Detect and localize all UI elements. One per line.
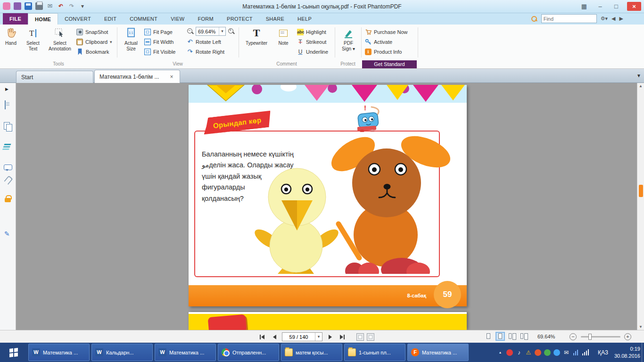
close-button[interactable]: ×	[627, 2, 641, 11]
redo-icon[interactable]: ↷	[68, 2, 75, 10]
taskbar-item-folder-1[interactable]: матем қосы...	[281, 344, 342, 361]
qat-customize-icon[interactable]: ▾	[79, 2, 86, 10]
tray-update-icon[interactable]	[544, 349, 551, 356]
taskbar-item-folder-2[interactable]: 1-сынып пл...	[344, 344, 405, 361]
hidden-icons-chevron[interactable]: ▴	[497, 349, 504, 356]
show-desktop-button[interactable]	[642, 343, 644, 362]
bookmarks-panel-icon[interactable]	[3, 101, 13, 110]
search-prev-icon[interactable]: ◀	[611, 16, 615, 22]
tray-warning-icon[interactable]: ⚠	[525, 349, 532, 356]
start-button[interactable]	[0, 343, 27, 362]
email-icon[interactable]: ✉	[46, 2, 54, 10]
zoom-in-icon[interactable]: +	[228, 28, 235, 35]
statusbar-zoom-in-button[interactable]: +	[624, 333, 631, 340]
page-indicator-input[interactable]	[282, 334, 315, 340]
print-icon[interactable]	[35, 2, 43, 10]
taskbar-item-chrome[interactable]: Отправленн...	[218, 344, 279, 361]
first-page-button[interactable]	[257, 333, 267, 341]
taskbar-item-word-1[interactable]: W Математика ...	[28, 344, 90, 361]
zoom-dropdown-icon[interactable]: ▾	[219, 27, 225, 35]
tab-home[interactable]: HOME	[28, 13, 58, 25]
fit-page-button[interactable]: Fit Page	[144, 27, 173, 36]
statusbar-zoom-out-button[interactable]: −	[570, 333, 577, 340]
tray-agent-icon[interactable]	[535, 349, 541, 356]
save-icon[interactable]	[25, 2, 32, 10]
scroll-down-icon[interactable]: ▼	[637, 325, 644, 329]
rotate-right-button[interactable]: ↷ Rotate Right	[187, 47, 224, 56]
signature-panel-icon[interactable]: ✎	[4, 230, 14, 239]
bookmark-button[interactable]: Bookmark	[76, 47, 109, 56]
rotate-left-button[interactable]: ↶ Rotate Left	[187, 37, 221, 46]
touch-mode-icon[interactable]	[3, 2, 10, 10]
tab-form[interactable]: FORM	[191, 13, 220, 25]
page-indicator-combo[interactable]: ▾	[282, 332, 322, 341]
tab-edit[interactable]: EDIT	[98, 13, 123, 25]
network-icon[interactable]	[582, 349, 588, 356]
fit-visible-button[interactable]: Fit Visible	[144, 47, 175, 56]
previous-view-icon[interactable]	[356, 333, 364, 341]
tray-security-icon[interactable]	[506, 349, 513, 356]
language-indicator[interactable]: ҚАЗ	[592, 343, 614, 362]
snapshot-button[interactable]: SnapShot	[76, 27, 108, 36]
doc-tab-active[interactable]: Математика 1-бөлім ... ×	[94, 70, 180, 83]
undo-icon[interactable]: ↶	[57, 2, 65, 10]
tab-help[interactable]: HELP	[291, 13, 318, 25]
activate-button[interactable]: Activate	[365, 37, 392, 46]
taskbar-item-foxit[interactable]: F Математика ...	[407, 344, 469, 361]
zoom-out-icon[interactable]: −	[187, 28, 194, 35]
pdf-sign-dropdown-icon[interactable]: ▾	[353, 46, 355, 51]
taskbar-item-word-3[interactable]: W Математика ...	[155, 344, 216, 361]
tray-mail-icon[interactable]: ✉	[563, 349, 570, 356]
next-view-icon[interactable]	[367, 333, 374, 341]
actual-size-button[interactable]: 1:1 Actual Size	[120, 26, 142, 52]
facing-continuous-view-icon[interactable]	[520, 333, 528, 340]
panel-expand-icon[interactable]: ▶	[5, 87, 15, 96]
single-page-view-icon[interactable]	[485, 333, 492, 340]
hand-tool-button[interactable]: Hand	[1, 26, 21, 46]
tab-close-icon[interactable]: ×	[168, 74, 175, 80]
scroll-up-icon[interactable]: ▲	[637, 84, 644, 88]
typewriter-button[interactable]: T Typewriter	[241, 26, 272, 46]
maximize-button[interactable]: □	[611, 2, 621, 11]
tray-volume-mixer-icon[interactable]: ♪	[516, 349, 522, 356]
tray-cloud-icon[interactable]	[553, 349, 560, 356]
minimize-button[interactable]: –	[595, 2, 605, 11]
scrollbar-thumb[interactable]	[639, 185, 643, 197]
doc-tab-start[interactable]: Start	[16, 71, 93, 83]
clock[interactable]: 0:19 30.08.2016	[614, 346, 640, 360]
strikeout-button[interactable]: T Strikeout	[297, 37, 326, 46]
last-page-button[interactable]	[338, 333, 347, 341]
tab-share[interactable]: SHARE	[259, 13, 291, 25]
tab-list-dropdown-icon[interactable]: ▼	[636, 73, 641, 78]
clipboard-button[interactable]: Clipboard ▾	[76, 37, 112, 46]
tab-protect[interactable]: PROTECT	[220, 13, 259, 25]
select-text-button[interactable]: T Select Text	[22, 26, 44, 52]
purchase-now-button[interactable]: Purchase Now	[365, 27, 408, 36]
taskbar-item-word-2[interactable]: W Кальдарн...	[91, 344, 153, 361]
open-icon[interactable]	[14, 2, 21, 10]
select-annotation-button[interactable]: Select Annotation	[45, 26, 74, 52]
vertical-scrollbar[interactable]: ▲ ▼	[637, 83, 644, 330]
tab-convert[interactable]: CONVERT	[58, 13, 98, 25]
prev-page-button[interactable]	[270, 333, 279, 341]
reading-mode-icon[interactable]: ▦	[579, 2, 589, 11]
pdf-sign-button[interactable]: PDF Sign ▾	[337, 26, 360, 52]
page-indicator-dropdown-icon[interactable]: ▾	[315, 333, 322, 341]
product-info-button[interactable]: i Product Info	[365, 47, 402, 56]
tab-comment[interactable]: COMMENT	[123, 13, 164, 25]
highlight-button[interactable]: abc Highlight	[297, 27, 326, 36]
search-next-icon[interactable]: ▶	[619, 16, 623, 22]
next-page-button[interactable]	[325, 333, 335, 341]
underline-button[interactable]: U Underline	[297, 47, 328, 56]
zoom-slider-track[interactable]	[581, 336, 620, 337]
clipboard-dropdown-icon[interactable]: ▾	[110, 40, 112, 44]
continuous-view-icon[interactable]	[496, 333, 504, 340]
search-options-gear-icon[interactable]: ⚙▾	[601, 16, 608, 22]
zoom-slider-thumb[interactable]	[588, 334, 592, 340]
find-input[interactable]	[541, 14, 597, 23]
note-button[interactable]: Note	[273, 26, 293, 46]
fit-width-button[interactable]: Fit Width	[144, 37, 173, 46]
tab-view[interactable]: VIEW	[164, 13, 191, 25]
facing-view-icon[interactable]	[508, 333, 516, 340]
zoom-combo[interactable]: 69.64% ▾	[196, 27, 226, 36]
